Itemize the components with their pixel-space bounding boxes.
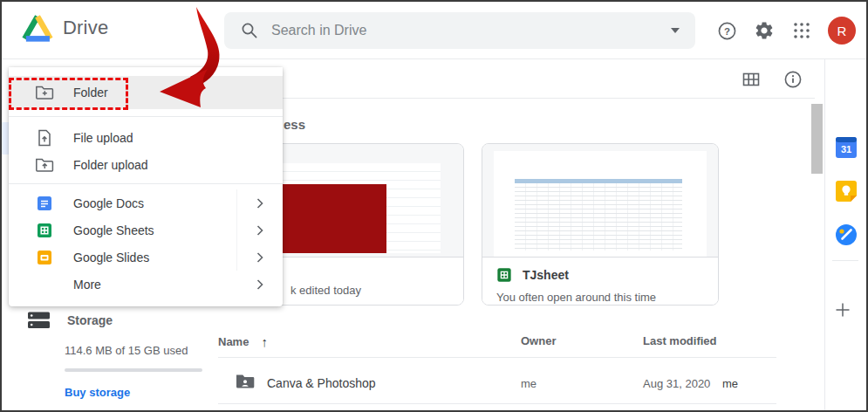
- calendar-button[interactable]: 31: [835, 136, 858, 159]
- plus-icon: [835, 302, 851, 318]
- drive-logo[interactable]: Drive: [21, 13, 108, 43]
- google-drive-window: Drive ?: [0, 0, 868, 412]
- shared-folder-icon: [236, 374, 255, 389]
- google-keep-icon: [835, 180, 858, 203]
- menu-item-google-slides[interactable]: Google Slides: [9, 244, 283, 271]
- search-bar: [224, 12, 695, 49]
- quick-access-title-partial: ess: [284, 117, 305, 132]
- file-name: Canva & Photoshop: [267, 376, 521, 390]
- vertical-scrollbar-thumb[interactable]: [811, 104, 823, 174]
- grid-view-icon: [741, 69, 762, 90]
- grid-view-button[interactable]: [740, 68, 762, 91]
- menu-item-folder-upload[interactable]: Folder upload: [9, 151, 283, 178]
- menu-item-folder[interactable]: Folder: [9, 76, 283, 109]
- app-title: Drive: [63, 17, 108, 39]
- menu-item-label: Google Sheets: [73, 223, 154, 237]
- submenu-chevron-icon: [256, 252, 263, 263]
- panel-divider: [832, 260, 858, 261]
- google-tasks-icon: [835, 223, 858, 246]
- card-title: TJsheet: [523, 268, 569, 282]
- menu-item-label: Folder: [73, 86, 108, 100]
- menu-item-file-upload[interactable]: File upload: [9, 124, 283, 151]
- google-sheets-file-icon: [496, 267, 512, 283]
- workspace-side-panel: 31: [824, 59, 866, 410]
- submenu-chevron-icon: [256, 225, 263, 236]
- drive-logo-icon: [21, 13, 54, 43]
- storage-progress-bar: [65, 368, 202, 372]
- column-header-last-modified: Last modified: [643, 334, 776, 349]
- storage-label: Storage: [67, 313, 113, 327]
- menu-item-label: More: [73, 278, 101, 292]
- table-divider: [218, 357, 776, 358]
- toolbar-divider: [218, 98, 815, 99]
- google-calendar-icon: 31: [835, 136, 858, 159]
- menu-divider: [9, 116, 283, 117]
- google-slides-icon: [36, 249, 53, 266]
- google-sheets-icon: [36, 222, 53, 239]
- info-icon: [783, 69, 803, 90]
- modified-by: me: [722, 377, 738, 390]
- sidebar-item-storage[interactable]: Storage: [28, 312, 113, 329]
- column-header-name[interactable]: Name ↑: [218, 334, 521, 349]
- details-button[interactable]: [782, 68, 804, 91]
- app-header: Drive ?: [2, 2, 866, 59]
- file-upload-icon: [38, 129, 51, 147]
- tasks-button[interactable]: [835, 223, 858, 246]
- table-divider: [218, 403, 776, 404]
- menu-item-label: Folder upload: [73, 158, 148, 172]
- table-row[interactable]: Canva & Photoshop me Aug 31, 2020 me: [218, 363, 776, 403]
- sort-ascending-icon: ↑: [261, 334, 268, 349]
- submenu-chevron-icon: [256, 279, 263, 290]
- new-folder-icon: [35, 85, 54, 100]
- selected-sidebar-item-strip: [2, 122, 9, 154]
- get-addons-button[interactable]: [835, 302, 858, 325]
- storage-usage-text: 114.6 MB of 15 GB used: [65, 344, 188, 357]
- header-actions: ? R: [715, 2, 856, 59]
- file-owner: me: [521, 377, 643, 390]
- apps-grid-button[interactable]: [790, 19, 813, 42]
- buy-storage-button[interactable]: Buy storage: [65, 386, 130, 399]
- card-caption: You often open around this time: [482, 283, 718, 304]
- file-last-modified: Aug 31, 2020 me: [643, 377, 776, 390]
- submenu-chevron-icon: [256, 198, 263, 209]
- card-caption-partial: k edited today: [290, 284, 361, 297]
- svg-text:?: ?: [724, 25, 730, 36]
- suggestion-card-2[interactable]: TJsheet You often open around this time: [482, 143, 719, 306]
- spreadsheet-thumbnail: [482, 144, 718, 257]
- apps-grid-icon: [791, 20, 812, 41]
- view-toolbar: [740, 68, 804, 91]
- storage-icon: [28, 312, 50, 329]
- menu-divider: [9, 183, 283, 184]
- search-options-caret-icon[interactable]: [671, 28, 680, 33]
- google-docs-icon: [36, 195, 53, 212]
- file-table-header: Name ↑ Owner Last modified: [218, 334, 776, 349]
- menu-item-label: Google Slides: [73, 251, 149, 264]
- svg-text:31: 31: [841, 144, 851, 154]
- new-menu-popup: Folder File upload Folder upload: [9, 67, 283, 306]
- menu-item-more[interactable]: More: [9, 271, 283, 298]
- menu-item-label: File upload: [73, 131, 133, 145]
- help-icon: ?: [716, 20, 738, 42]
- column-header-owner: Owner: [521, 334, 643, 349]
- keep-button[interactable]: [835, 180, 858, 203]
- account-avatar[interactable]: R: [828, 17, 856, 45]
- help-button[interactable]: ?: [715, 19, 738, 42]
- menu-item-google-docs[interactable]: Google Docs: [9, 189, 283, 216]
- folder-upload-icon: [35, 157, 54, 173]
- search-icon[interactable]: [240, 21, 259, 40]
- gear-icon: [754, 20, 775, 41]
- search-input[interactable]: [271, 23, 671, 38]
- menu-item-google-sheets[interactable]: Google Sheets: [9, 216, 283, 244]
- settings-button[interactable]: [753, 19, 776, 42]
- menu-item-label: Google Docs: [73, 196, 144, 210]
